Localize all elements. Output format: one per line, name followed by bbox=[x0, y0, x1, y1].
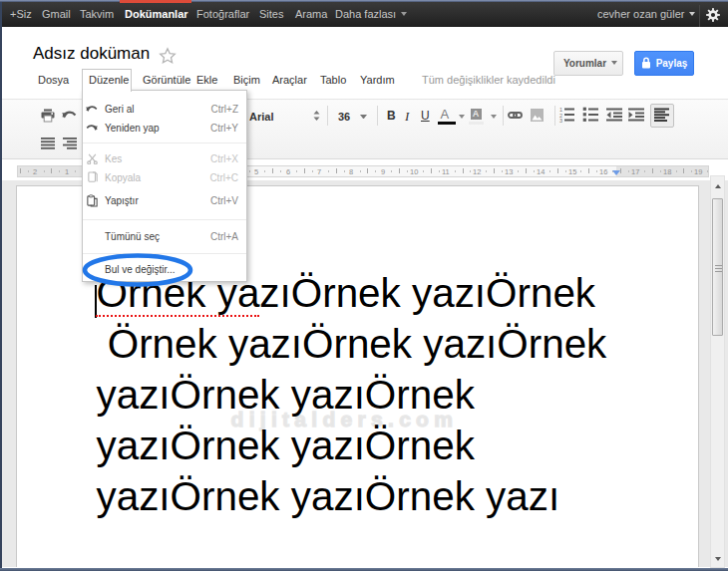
svg-text:3: 3 bbox=[559, 118, 562, 123]
